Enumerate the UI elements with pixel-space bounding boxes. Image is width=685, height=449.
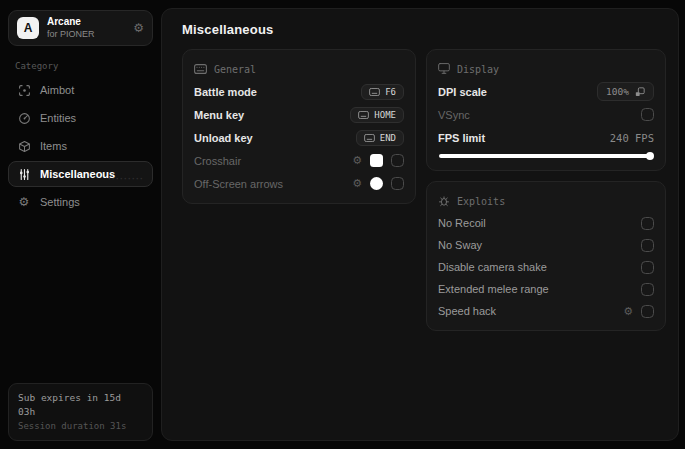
fps-limit-value: 240 FPS xyxy=(610,132,654,144)
exploits-card: Exploits No Recoil No Sway Disable camer… xyxy=(426,181,666,331)
setting-label: Disable camera shake xyxy=(438,261,547,273)
gear-icon[interactable]: ⚙ xyxy=(352,155,362,166)
app-window: A Arcane for PIONER ⚙ Category Aimbot xyxy=(0,0,685,449)
exploits-card-title: Exploits xyxy=(457,196,505,207)
setting-label: Menu key xyxy=(194,109,244,121)
sub-expires-text: Sub expires in 15d 03h xyxy=(18,391,143,420)
display-card-title: Display xyxy=(457,64,499,75)
vsync-checkbox[interactable] xyxy=(641,108,654,121)
setting-row-fps-limit: FPS limit 240 FPS xyxy=(438,126,654,149)
display-card: Display DPI scale 100% VSy xyxy=(426,49,666,171)
extended-melee-range-checkbox[interactable] xyxy=(641,283,654,296)
offscreen-arrows-checkbox[interactable] xyxy=(391,177,404,190)
keyboard-icon xyxy=(364,134,375,142)
general-card-header: General xyxy=(194,59,404,80)
keybind-value: F6 xyxy=(385,87,396,97)
sidebar-item-settings[interactable]: ⚙ Settings xyxy=(8,189,153,215)
setting-label: Battle mode xyxy=(194,86,257,98)
cube-icon xyxy=(17,140,31,153)
color-swatch[interactable] xyxy=(370,154,383,167)
keybind-value: END xyxy=(380,133,396,143)
color-swatch[interactable] xyxy=(370,177,383,190)
setting-label: Off-Screen arrows xyxy=(194,178,283,190)
bug-icon xyxy=(438,195,450,209)
brand-text: Arcane for PIONER xyxy=(47,16,125,40)
setting-row-offscreen-arrows: Off-Screen arrows ⚙ xyxy=(194,172,404,195)
setting-row-extended-melee-range: Extended melee range xyxy=(438,278,654,300)
card-columns: General Battle mode F6 Menu key H xyxy=(182,49,666,331)
row-controls: ⚙ xyxy=(623,305,654,318)
keybind-badge[interactable]: F6 xyxy=(361,84,404,100)
brand-card: A Arcane for PIONER ⚙ xyxy=(8,10,153,46)
keyboard-icon xyxy=(194,64,207,76)
gear-icon[interactable]: ⚙ xyxy=(623,306,633,317)
main-panel: Miscellaneous General Battle mode xyxy=(161,8,679,441)
keybind-value: HOME xyxy=(374,110,396,120)
general-card: General Battle mode F6 Menu key H xyxy=(182,49,416,204)
gear-icon[interactable]: ⚙ xyxy=(352,178,362,189)
subscription-card: Sub expires in 15d 03h Session duration … xyxy=(8,383,153,441)
setting-row-vsync: VSync xyxy=(438,103,654,126)
radar-icon xyxy=(17,112,31,125)
setting-label: DPI scale xyxy=(438,86,487,98)
disable-camera-shake-checkbox[interactable] xyxy=(641,261,654,274)
setting-row-menu-key: Menu key HOME xyxy=(194,103,404,126)
setting-label: No Sway xyxy=(438,239,482,251)
session-duration-text: Session duration 31s xyxy=(18,420,143,434)
sidebar-item-label: Aimbot xyxy=(40,84,74,96)
sidebar-item-label: Miscellaneous xyxy=(40,168,115,180)
setting-label: VSync xyxy=(438,109,470,121)
display-card-header: Display xyxy=(438,59,654,80)
category-label: Category xyxy=(15,61,153,71)
setting-row-no-sway: No Sway xyxy=(438,234,654,256)
row-controls: ⚙ xyxy=(352,154,404,167)
sliders-icon xyxy=(17,168,31,181)
page-title: Miscellaneous xyxy=(182,22,666,37)
sidebar-item-label: Settings xyxy=(40,196,80,208)
setting-row-disable-camera-shake: Disable camera shake xyxy=(438,256,654,278)
monitor-icon xyxy=(438,63,450,76)
setting-row-battle-mode: Battle mode F6 xyxy=(194,80,404,103)
sidebar-item-label: Items xyxy=(40,140,67,152)
no-recoil-checkbox[interactable] xyxy=(641,217,654,230)
setting-row-no-recoil: No Recoil xyxy=(438,212,654,234)
setting-row-speed-hack: Speed hack ⚙ xyxy=(438,300,654,322)
sidebar-item-entities[interactable]: Entities xyxy=(8,105,153,131)
sidebar-item-label: Entities xyxy=(40,112,76,124)
setting-row-crosshair: Crosshair ⚙ xyxy=(194,149,404,172)
keyboard-icon xyxy=(358,111,369,119)
setting-label: Speed hack xyxy=(438,305,496,317)
setting-label: Crosshair xyxy=(194,155,241,167)
setting-label: Extended melee range xyxy=(438,283,549,295)
setting-row-dpi-scale: DPI scale 100% xyxy=(438,80,654,103)
keybind-badge[interactable]: END xyxy=(356,130,404,146)
dpi-scale-select[interactable]: 100% xyxy=(597,82,654,101)
keybind-badge[interactable]: HOME xyxy=(350,107,404,123)
row-controls: ⚙ xyxy=(352,177,404,190)
sidebar-item-aimbot[interactable]: Aimbot xyxy=(8,77,153,103)
right-column: Display DPI scale 100% VSy xyxy=(426,49,666,331)
setting-label: FPS limit xyxy=(438,132,485,144)
exploits-card-header: Exploits xyxy=(438,191,654,212)
keyboard-icon xyxy=(369,88,380,96)
app-subtitle: for PIONER xyxy=(47,29,125,40)
sidebar-item-miscellaneous[interactable]: Miscellaneous ········· xyxy=(8,161,153,187)
speed-hack-checkbox[interactable] xyxy=(641,305,654,318)
app-logo: A xyxy=(17,17,39,39)
crosshair-checkbox[interactable] xyxy=(391,154,404,167)
fps-limit-slider[interactable] xyxy=(439,154,653,158)
crosshair-icon xyxy=(17,84,31,97)
general-card-title: General xyxy=(214,64,256,75)
scaling-icon xyxy=(635,87,645,97)
left-column: General Battle mode F6 Menu key H xyxy=(182,49,416,204)
sidebar-nav: Aimbot Entities Items xyxy=(8,77,153,217)
gear-icon[interactable]: ⚙ xyxy=(133,21,144,35)
sidebar-item-items[interactable]: Items xyxy=(8,133,153,159)
slider-knob[interactable] xyxy=(646,152,654,160)
active-item-dots-decoration: ········· xyxy=(108,174,144,184)
dpi-scale-value: 100% xyxy=(606,86,629,97)
setting-label: Unload key xyxy=(194,132,253,144)
no-sway-checkbox[interactable] xyxy=(641,239,654,252)
app-name: Arcane xyxy=(47,16,125,29)
sidebar: A Arcane for PIONER ⚙ Category Aimbot xyxy=(0,0,161,449)
